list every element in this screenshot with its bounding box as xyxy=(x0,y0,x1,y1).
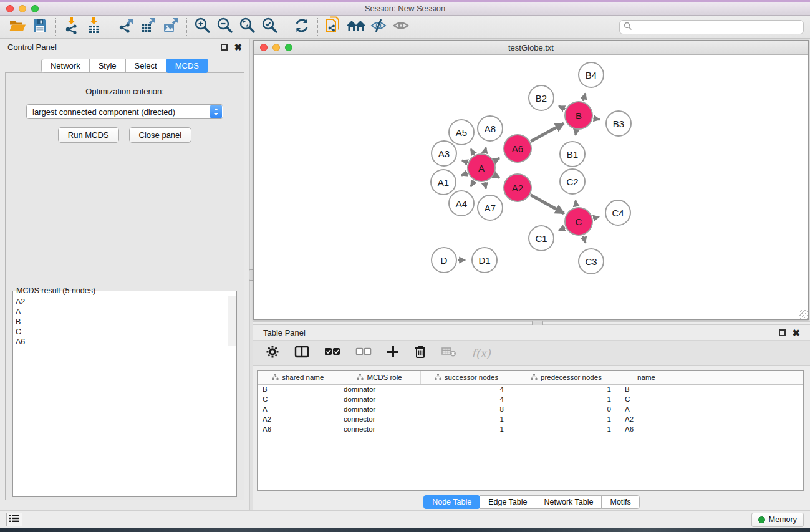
table-cell[interactable]: A6 xyxy=(258,424,339,434)
column-header-MCDS-role[interactable]: MCDS role xyxy=(339,371,420,384)
export-network-button[interactable] xyxy=(115,17,137,36)
table-cell[interactable]: 1 xyxy=(420,424,513,434)
table-cell[interactable]: 8 xyxy=(420,404,513,414)
delete-column-button[interactable] xyxy=(414,345,427,361)
window-resize-grip[interactable] xyxy=(799,310,808,319)
run-mcds-button[interactable]: Run MCDS xyxy=(58,127,119,143)
network-graph[interactable]: B4B2BB3A5A8A6A3B1AA1C2A2A4A7C4CC1C3DD1 xyxy=(254,55,808,319)
mcds-result-item[interactable]: A6 xyxy=(16,337,236,347)
network-canvas[interactable]: B4B2BB3A5A8A6A3B1AA1C2A2A4A7C4CC1C3DD1 xyxy=(254,55,808,319)
network-close-button[interactable] xyxy=(260,44,268,51)
show-glass-button[interactable] xyxy=(390,17,412,36)
table-cell[interactable]: 4 xyxy=(420,394,513,404)
open-session-button[interactable] xyxy=(6,17,29,36)
table-cell[interactable]: 1 xyxy=(513,414,620,424)
import-network-button[interactable] xyxy=(60,17,83,36)
memory-button[interactable]: Memory xyxy=(751,513,804,527)
close-panel-icon[interactable]: ✖ xyxy=(234,44,242,51)
column-header-successor-nodes[interactable]: successor nodes xyxy=(420,371,513,384)
table-row[interactable]: Adominator80A xyxy=(258,404,803,414)
table-row[interactable]: Bdominator41B xyxy=(258,384,803,394)
table-cell[interactable]: A2 xyxy=(258,414,339,424)
table-cell[interactable]: A6 xyxy=(620,424,673,434)
tab-motifs[interactable]: Motifs xyxy=(601,495,639,509)
mcds-result-item[interactable]: B xyxy=(16,317,236,327)
delete-table-button[interactable] xyxy=(441,346,456,360)
search-input[interactable] xyxy=(635,22,799,31)
network-minimize-button[interactable] xyxy=(272,44,280,51)
task-history-button[interactable] xyxy=(6,513,22,526)
table-row[interactable]: A2connector11A2 xyxy=(258,414,803,424)
function-builder-button[interactable]: f(x) xyxy=(471,347,491,360)
result-list-scrollbar[interactable] xyxy=(228,296,236,346)
column-header-predecessor-nodes[interactable]: predecessor nodes xyxy=(513,371,620,384)
edge-C-C4[interactable] xyxy=(593,217,599,218)
edge-A-A4[interactable] xyxy=(471,181,474,186)
zoom-selected-button[interactable] xyxy=(259,17,281,36)
edge-A-A5[interactable] xyxy=(471,149,474,155)
criterion-dropdown[interactable]: largest connected component (directed) xyxy=(26,104,223,119)
refresh-button[interactable] xyxy=(291,17,313,36)
zoom-fit-button[interactable] xyxy=(236,17,259,36)
zoom-in-button[interactable] xyxy=(191,17,214,36)
select-all-button[interactable] xyxy=(324,347,340,359)
float-panel-icon[interactable] xyxy=(779,329,786,336)
edge-A-A6[interactable] xyxy=(494,158,499,161)
edge-A-A2[interactable] xyxy=(494,175,499,178)
edge-A6-B[interactable] xyxy=(531,123,564,142)
table-cell[interactable]: dominator xyxy=(339,404,420,414)
table-cell[interactable]: A xyxy=(258,404,339,414)
edge-A-A8[interactable] xyxy=(485,147,486,153)
edge-B-B1[interactable] xyxy=(576,130,576,135)
edge-A2-C[interactable] xyxy=(531,195,564,213)
table-row[interactable]: A6connector11A6 xyxy=(258,424,803,434)
tab-node-table[interactable]: Node Table xyxy=(423,495,480,509)
edge-C-C1[interactable] xyxy=(559,228,565,230)
search-field[interactable] xyxy=(619,20,804,34)
edge-A-A7[interactable] xyxy=(485,182,486,188)
table-cell[interactable]: 1 xyxy=(420,414,513,424)
table-cell[interactable]: dominator xyxy=(339,384,420,394)
column-header-name[interactable]: name xyxy=(620,371,673,384)
network-zoom-button[interactable] xyxy=(285,44,292,51)
edge-B-B3[interactable] xyxy=(594,118,600,120)
table-cell[interactable]: B xyxy=(258,384,339,394)
close-panel-button[interactable]: Close panel xyxy=(129,127,192,143)
unselect-all-button[interactable] xyxy=(355,347,372,359)
column-header-shared-name[interactable]: shared name xyxy=(258,371,339,384)
tab-edge-table[interactable]: Edge Table xyxy=(480,495,536,509)
export-table-button[interactable] xyxy=(137,17,160,36)
tab-network[interactable]: Network xyxy=(41,59,90,73)
table-cell[interactable]: C xyxy=(258,394,339,404)
table-cell[interactable]: 4 xyxy=(420,384,513,394)
import-table-button[interactable] xyxy=(83,17,105,36)
table-row[interactable]: Cdominator41C xyxy=(258,394,803,404)
edge-A-A3[interactable] xyxy=(462,160,468,162)
table-cell[interactable]: A2 xyxy=(620,414,673,424)
home-button[interactable] xyxy=(345,17,367,36)
hide-glass-button[interactable] xyxy=(367,17,390,36)
table-cell[interactable]: C xyxy=(620,394,673,404)
tab-select[interactable]: Select xyxy=(125,59,166,73)
show-columns-button[interactable] xyxy=(294,346,309,360)
edge-B-B2[interactable] xyxy=(559,106,565,109)
table-cell[interactable]: 1 xyxy=(513,394,620,404)
edge-B-B4[interactable] xyxy=(583,94,586,101)
edge-C-C2[interactable] xyxy=(576,201,577,207)
mcds-result-item[interactable]: A xyxy=(16,307,236,317)
export-image-button[interactable] xyxy=(160,17,182,36)
mcds-result-item[interactable]: C xyxy=(16,327,236,337)
table-cell[interactable]: B xyxy=(620,384,673,394)
tab-network-table[interactable]: Network Table xyxy=(536,495,602,509)
mcds-result-item[interactable]: A2 xyxy=(16,297,236,307)
table-settings-button[interactable] xyxy=(266,345,279,361)
create-column-button[interactable] xyxy=(387,346,399,360)
table-cell[interactable]: A xyxy=(620,404,673,414)
save-session-button[interactable] xyxy=(29,17,51,36)
table-cell[interactable]: connector xyxy=(339,414,420,424)
tab-mcds[interactable]: MCDS xyxy=(166,59,208,73)
edge-C-C3[interactable] xyxy=(583,236,586,243)
edge-A-A1[interactable] xyxy=(461,173,468,175)
zoom-out-button[interactable] xyxy=(214,17,236,36)
tab-style[interactable]: Style xyxy=(89,59,126,73)
